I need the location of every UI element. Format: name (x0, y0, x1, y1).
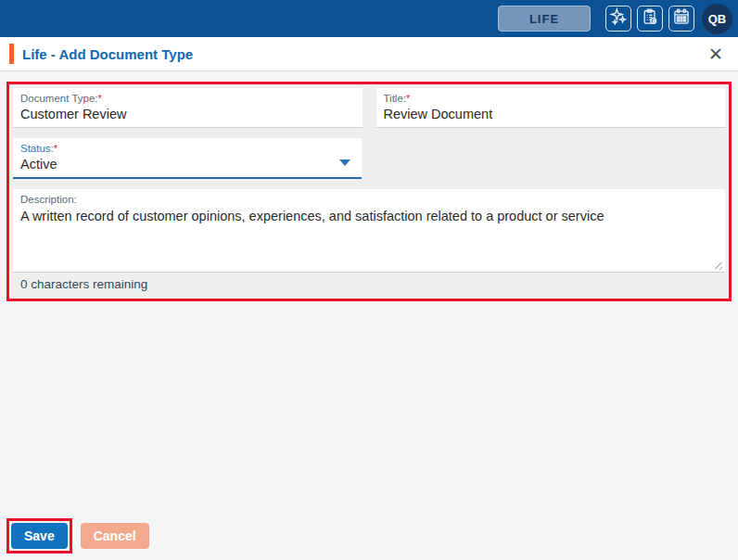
title-label: Title:* (384, 92, 719, 105)
sparkles-button[interactable] (605, 6, 631, 32)
resize-handle-icon[interactable] (714, 261, 723, 270)
document-type-label-text: Document Type: (20, 93, 98, 104)
description-textarea[interactable]: A written record of customer opinions, e… (20, 206, 718, 265)
document-type-label: Document Type:* (20, 92, 355, 105)
sparkles-icon (609, 7, 628, 30)
title-input[interactable] (384, 105, 719, 124)
top-navigation-bar: LIFE (0, 0, 738, 37)
status-field[interactable]: Status:* Active (13, 138, 362, 179)
close-icon[interactable]: ✕ (705, 44, 727, 65)
title-label-text: Title: (384, 93, 407, 104)
main-content: Document Type:* Title:* Status:* Active … (0, 71, 738, 560)
required-asterisk: * (406, 93, 410, 104)
status-label: Status:* (20, 142, 354, 155)
description-field: Description: A written record of custome… (13, 189, 725, 273)
chevron-down-icon[interactable] (339, 159, 350, 166)
page-header: Life - Add Document Type ✕ (0, 37, 738, 71)
status-label-text: Status: (20, 143, 54, 154)
orange-accent-bar (9, 44, 14, 64)
life-app-button[interactable]: LIFE (498, 6, 591, 32)
clipboard-add-icon (641, 7, 659, 30)
document-type-input[interactable] (20, 105, 355, 124)
save-button[interactable]: Save (11, 523, 68, 549)
form-actions: Save Cancel (0, 518, 738, 560)
page-title: Life - Add Document Type (22, 46, 705, 62)
save-button-highlight: Save (6, 518, 72, 554)
add-document-button[interactable] (637, 6, 663, 32)
required-asterisk: * (98, 93, 102, 104)
document-type-field: Document Type:* (13, 88, 363, 128)
status-select[interactable]: Active (20, 155, 354, 174)
description-label: Description: (20, 193, 718, 206)
user-avatar[interactable]: QB (702, 4, 732, 34)
title-field: Title:* (376, 88, 726, 128)
characters-remaining-text: 0 characters remaining (13, 273, 725, 293)
add-document-type-form: Document Type:* Title:* Status:* Active … (6, 82, 732, 301)
required-asterisk: * (54, 143, 57, 154)
cancel-button[interactable]: Cancel (81, 523, 149, 549)
calendar-button[interactable] (668, 6, 694, 32)
calendar-icon (672, 7, 691, 30)
